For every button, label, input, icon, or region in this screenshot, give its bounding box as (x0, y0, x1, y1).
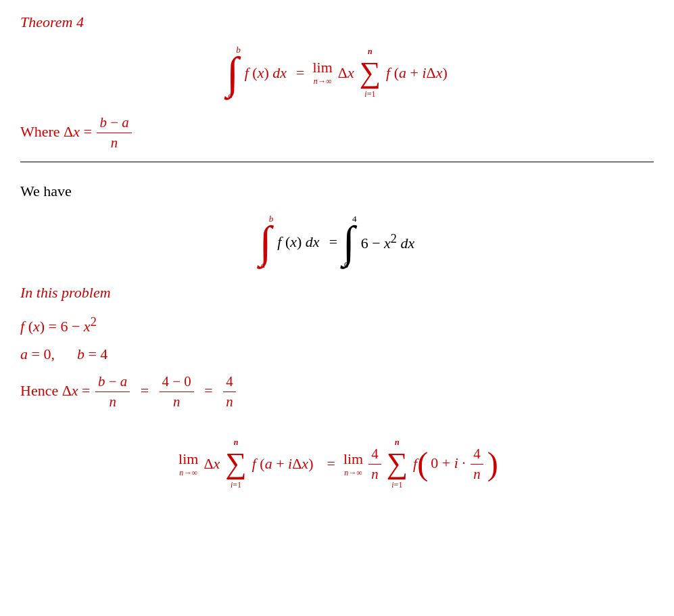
deltax-numerator: b − a (97, 114, 131, 133)
where-text: Where Δx = (20, 123, 95, 140)
sum-symbol-3: n ∑ i=1 (387, 437, 408, 490)
hence-equals-1: = (141, 382, 149, 399)
int3-symbol: ∫ (343, 222, 355, 262)
summand-inner: 0 + i · 4 n (431, 446, 485, 483)
hence-frac-1: b − a n (95, 373, 130, 410)
fx-equation: f (x) = 6 − x2 (20, 315, 654, 335)
equals-1: = (296, 64, 304, 82)
theorem-title-text: Theorem 4 (20, 14, 84, 30)
hence-frac2-den: n (170, 392, 183, 410)
lim-symbol-2: lim n→∞ (178, 450, 198, 478)
hence-frac1-den: n (106, 392, 118, 410)
summand-1: f (a + iΔx) (386, 64, 448, 82)
hence-frac3-num: 4 (223, 373, 235, 392)
four-over-n-frac: 4 n (368, 446, 381, 483)
delta-x-2: Δx (203, 455, 220, 473)
inner-frac-den: n (471, 465, 483, 483)
lim-symbol-3: lim n→∞ (343, 450, 363, 478)
sum-symbol-1: n ∑ i=1 (360, 47, 381, 99)
integrand-fx-2: f (x) dx (277, 233, 319, 251)
right-paren: ) (487, 448, 498, 480)
fon-den: n (368, 465, 381, 483)
deltax-fraction: b − a n (97, 114, 131, 151)
left-paren: ( (417, 448, 428, 480)
equals-3: = (327, 455, 335, 473)
we-have-text: We have (20, 183, 654, 200)
integrand-fx: f (x) dx (245, 64, 287, 82)
hence-frac3-den: n (223, 392, 235, 410)
inner-frac: 4 n (471, 446, 483, 483)
integral-eq-group: b ∫ a f (x) dx = 4 ∫ 0 6 − x2 dx (260, 214, 415, 270)
where-deltax-line: Where Δx = b − a n (20, 114, 654, 151)
in-this-problem-text: In this problem (20, 284, 654, 302)
hence-frac-2: 4 − 0 n (160, 373, 194, 410)
lim-formula-block: lim n→∞ Δx n ∑ i=1 f (a + iΔx) = lim n→∞… (20, 437, 654, 490)
integrand-6mx2: 6 − x2 dx (361, 232, 415, 252)
equals-2: = (329, 233, 337, 251)
hence-frac2-num: 4 − 0 (160, 373, 194, 392)
integral-lower-a: a (228, 90, 233, 101)
int3-lower-0: 0 (344, 260, 349, 270)
inner-frac-num: 4 (471, 446, 483, 465)
integral-group: b ∫ a f (x) dx = lim n→∞ Δx n ∑ i=1 f (a… (226, 45, 448, 101)
theorem-formula-block: b ∫ a f (x) dx = lim n→∞ Δx n ∑ i=1 f (a… (20, 45, 654, 101)
integral-symbol-1: ∫ (226, 53, 239, 93)
ab-equation: a = 0, b = 4 (20, 346, 654, 363)
deltax-denominator: n (108, 133, 120, 151)
delta-x-1: Δx (338, 64, 354, 82)
integral-eq-block: b ∫ a f (x) dx = 4 ∫ 0 6 − x2 dx (20, 214, 654, 270)
theorem-title: Theorem 4 (20, 14, 654, 31)
lim-formula-group: lim n→∞ Δx n ∑ i=1 f (a + iΔx) = lim n→∞… (176, 437, 498, 490)
hence-frac1-num: b − a (95, 373, 130, 392)
int2-symbol: ∫ (260, 222, 272, 262)
page-content: Theorem 4 b ∫ a f (x) dx = lim n→∞ Δx n … (20, 14, 654, 490)
sum-symbol-2: n ∑ i=1 (225, 437, 246, 490)
hence-frac-3: 4 n (223, 373, 235, 410)
summand-2: f (a + iΔx) (252, 455, 314, 473)
hence-equals-2: = (204, 382, 212, 399)
section-divider (20, 162, 654, 162)
hence-deltax-line: Hence Δx = b − a n = 4 − 0 n = 4 n (20, 373, 654, 410)
hence-text: Hence Δx = (20, 382, 94, 399)
limit-symbol-1: lim n→∞ (312, 59, 332, 87)
fon-num: 4 (368, 446, 381, 465)
int2-lower-a: a (261, 260, 266, 270)
